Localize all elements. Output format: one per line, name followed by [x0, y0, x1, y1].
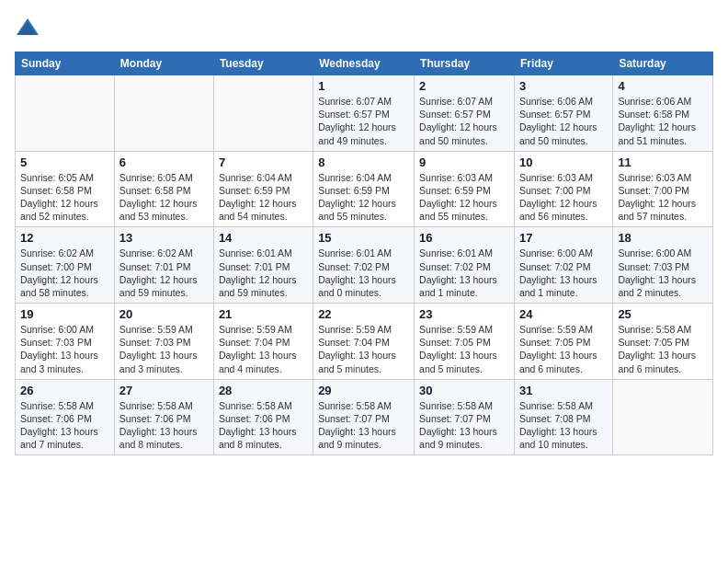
- calendar-cell: 20Sunrise: 5:59 AM Sunset: 7:03 PM Dayli…: [114, 304, 213, 380]
- day-number: 1: [318, 79, 409, 93]
- day-info: Sunrise: 5:59 AM Sunset: 7:03 PM Dayligh…: [119, 323, 209, 375]
- day-info: Sunrise: 5:59 AM Sunset: 7:04 PM Dayligh…: [219, 323, 308, 375]
- day-info: Sunrise: 6:00 AM Sunset: 7:03 PM Dayligh…: [618, 247, 708, 299]
- calendar-cell: 23Sunrise: 5:59 AM Sunset: 7:05 PM Dayli…: [415, 304, 515, 380]
- day-number: 13: [119, 231, 209, 245]
- logo-icon: [15, 15, 40, 40]
- day-info: Sunrise: 6:02 AM Sunset: 7:00 PM Dayligh…: [20, 247, 109, 299]
- day-info: Sunrise: 5:58 AM Sunset: 7:06 PM Dayligh…: [219, 399, 308, 452]
- calendar-cell: 14Sunrise: 6:01 AM Sunset: 7:01 PM Dayli…: [213, 227, 313, 304]
- calendar-cell: 17Sunrise: 6:00 AM Sunset: 7:02 PM Dayli…: [514, 227, 612, 304]
- day-info: Sunrise: 5:59 AM Sunset: 7:05 PM Dayligh…: [519, 323, 608, 375]
- day-of-week-header: Friday: [514, 52, 612, 75]
- calendar-cell: 22Sunrise: 5:59 AM Sunset: 7:04 PM Dayli…: [313, 304, 415, 380]
- day-number: 3: [519, 79, 608, 93]
- day-of-week-header: Sunday: [16, 52, 115, 75]
- calendar-cell: 18Sunrise: 6:00 AM Sunset: 7:03 PM Dayli…: [613, 227, 713, 304]
- day-number: 18: [618, 231, 708, 245]
- day-number: 21: [219, 307, 308, 321]
- calendar-cell: 12Sunrise: 6:02 AM Sunset: 7:00 PM Dayli…: [16, 227, 115, 304]
- calendar-week-row: 1Sunrise: 6:07 AM Sunset: 6:57 PM Daylig…: [16, 75, 713, 152]
- day-info: Sunrise: 6:04 AM Sunset: 6:59 PM Dayligh…: [219, 171, 308, 224]
- day-number: 22: [318, 307, 409, 321]
- calendar-cell: 16Sunrise: 6:01 AM Sunset: 7:02 PM Dayli…: [415, 227, 515, 304]
- day-number: 16: [419, 231, 509, 245]
- day-number: 29: [318, 384, 409, 397]
- calendar-cell: 25Sunrise: 5:58 AM Sunset: 7:05 PM Dayli…: [613, 304, 713, 380]
- day-info: Sunrise: 5:58 AM Sunset: 7:07 PM Dayligh…: [419, 399, 509, 452]
- calendar-cell: 3Sunrise: 6:06 AM Sunset: 6:57 PM Daylig…: [514, 75, 612, 152]
- calendar-cell: 5Sunrise: 6:05 AM Sunset: 6:58 PM Daylig…: [16, 151, 115, 227]
- day-number: 5: [20, 155, 109, 169]
- day-info: Sunrise: 6:07 AM Sunset: 6:57 PM Dayligh…: [318, 95, 409, 147]
- calendar-cell: [114, 75, 213, 152]
- day-info: Sunrise: 6:03 AM Sunset: 7:00 PM Dayligh…: [519, 171, 608, 224]
- day-of-week-header: Wednesday: [313, 52, 415, 75]
- calendar-cell: 13Sunrise: 6:02 AM Sunset: 7:01 PM Dayli…: [114, 227, 213, 304]
- day-of-week-header: Monday: [114, 52, 213, 75]
- day-number: 9: [419, 155, 509, 169]
- day-number: 20: [119, 307, 209, 321]
- calendar-cell: 8Sunrise: 6:04 AM Sunset: 6:59 PM Daylig…: [313, 151, 415, 227]
- calendar-cell: 28Sunrise: 5:58 AM Sunset: 7:06 PM Dayli…: [213, 379, 313, 455]
- day-info: Sunrise: 6:02 AM Sunset: 7:01 PM Dayligh…: [119, 247, 209, 299]
- day-number: 19: [20, 307, 109, 321]
- day-info: Sunrise: 5:58 AM Sunset: 7:06 PM Dayligh…: [20, 399, 109, 452]
- day-number: 14: [219, 231, 308, 245]
- calendar-cell: 1Sunrise: 6:07 AM Sunset: 6:57 PM Daylig…: [313, 75, 415, 152]
- calendar-cell: 2Sunrise: 6:07 AM Sunset: 6:57 PM Daylig…: [415, 75, 515, 152]
- calendar-cell: [613, 379, 713, 455]
- calendar-week-row: 26Sunrise: 5:58 AM Sunset: 7:06 PM Dayli…: [16, 379, 713, 455]
- day-number: 17: [519, 231, 608, 245]
- calendar-week-row: 19Sunrise: 6:00 AM Sunset: 7:03 PM Dayli…: [16, 304, 713, 380]
- day-info: Sunrise: 5:59 AM Sunset: 7:04 PM Dayligh…: [318, 323, 409, 375]
- day-number: 28: [219, 384, 308, 397]
- day-of-week-header: Thursday: [415, 52, 515, 75]
- calendar-cell: 26Sunrise: 5:58 AM Sunset: 7:06 PM Dayli…: [16, 379, 115, 455]
- day-number: 11: [618, 155, 708, 169]
- day-info: Sunrise: 6:03 AM Sunset: 6:59 PM Dayligh…: [419, 171, 509, 224]
- day-info: Sunrise: 6:01 AM Sunset: 7:02 PM Dayligh…: [318, 247, 409, 299]
- day-number: 24: [519, 307, 608, 321]
- day-number: 6: [119, 155, 209, 169]
- calendar-cell: 19Sunrise: 6:00 AM Sunset: 7:03 PM Dayli…: [16, 304, 115, 380]
- day-number: 2: [419, 79, 509, 93]
- calendar-table: SundayMondayTuesdayWednesdayThursdayFrid…: [15, 52, 713, 455]
- day-of-week-header: Tuesday: [213, 52, 313, 75]
- calendar-cell: 24Sunrise: 5:59 AM Sunset: 7:05 PM Dayli…: [514, 304, 612, 380]
- day-info: Sunrise: 5:58 AM Sunset: 7:08 PM Dayligh…: [519, 399, 608, 452]
- calendar-week-row: 12Sunrise: 6:02 AM Sunset: 7:00 PM Dayli…: [16, 227, 713, 304]
- day-info: Sunrise: 6:07 AM Sunset: 6:57 PM Dayligh…: [419, 95, 509, 147]
- day-info: Sunrise: 5:59 AM Sunset: 7:05 PM Dayligh…: [419, 323, 509, 375]
- day-number: 30: [419, 384, 509, 397]
- calendar-cell: 30Sunrise: 5:58 AM Sunset: 7:07 PM Dayli…: [415, 379, 515, 455]
- calendar-cell: 29Sunrise: 5:58 AM Sunset: 7:07 PM Dayli…: [313, 379, 415, 455]
- day-number: 26: [20, 384, 109, 397]
- day-info: Sunrise: 5:58 AM Sunset: 7:07 PM Dayligh…: [318, 399, 409, 452]
- calendar-cell: 21Sunrise: 5:59 AM Sunset: 7:04 PM Dayli…: [213, 304, 313, 380]
- calendar-cell: 10Sunrise: 6:03 AM Sunset: 7:00 PM Dayli…: [514, 151, 612, 227]
- day-info: Sunrise: 6:03 AM Sunset: 7:00 PM Dayligh…: [618, 171, 708, 224]
- day-info: Sunrise: 6:00 AM Sunset: 7:03 PM Dayligh…: [20, 323, 109, 375]
- day-info: Sunrise: 6:01 AM Sunset: 7:02 PM Dayligh…: [419, 247, 509, 299]
- day-number: 25: [618, 307, 708, 321]
- day-info: Sunrise: 5:58 AM Sunset: 7:05 PM Dayligh…: [618, 323, 708, 375]
- day-of-week-header: Saturday: [613, 52, 713, 75]
- day-number: 8: [318, 155, 409, 169]
- day-number: 31: [519, 384, 608, 397]
- day-info: Sunrise: 6:05 AM Sunset: 6:58 PM Dayligh…: [20, 171, 109, 224]
- calendar-cell: 7Sunrise: 6:04 AM Sunset: 6:59 PM Daylig…: [213, 151, 313, 227]
- day-number: 4: [618, 79, 708, 93]
- day-number: 15: [318, 231, 409, 245]
- day-number: 12: [20, 231, 109, 245]
- calendar-cell: 11Sunrise: 6:03 AM Sunset: 7:00 PM Dayli…: [613, 151, 713, 227]
- calendar-cell: [213, 75, 313, 152]
- calendar-cell: 6Sunrise: 6:05 AM Sunset: 6:58 PM Daylig…: [114, 151, 213, 227]
- logo: [15, 15, 44, 40]
- day-info: Sunrise: 6:04 AM Sunset: 6:59 PM Dayligh…: [318, 171, 409, 224]
- day-info: Sunrise: 6:01 AM Sunset: 7:01 PM Dayligh…: [219, 247, 308, 299]
- page-header: [15, 15, 713, 40]
- day-info: Sunrise: 5:58 AM Sunset: 7:06 PM Dayligh…: [119, 399, 209, 452]
- day-info: Sunrise: 6:06 AM Sunset: 6:58 PM Dayligh…: [618, 95, 708, 147]
- day-info: Sunrise: 6:06 AM Sunset: 6:57 PM Dayligh…: [519, 95, 608, 147]
